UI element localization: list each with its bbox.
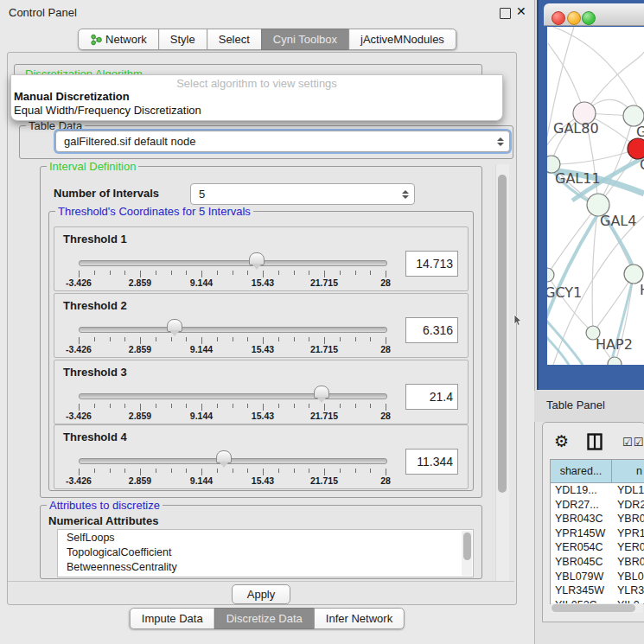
column-header-shared-name[interactable]: shared...: [551, 460, 612, 483]
apply-button[interactable]: Apply: [232, 584, 290, 604]
table-row[interactable]: YDR27...YDR2: [551, 498, 644, 513]
tick-mark: [324, 469, 325, 475]
tab-impute-data[interactable]: Impute Data: [130, 608, 215, 629]
settings-scrollbar-thumb[interactable]: [498, 175, 507, 493]
network-edge-highlighted[interactable]: [547, 311, 583, 365]
slider-track[interactable]: [79, 458, 387, 464]
table-row[interactable]: YBR043CYBR0: [551, 512, 644, 526]
tick-mark: [140, 469, 141, 475]
tick-mark: [355, 271, 356, 275]
tick-mark: [94, 469, 95, 473]
attribute-item-topologicalcoefficient[interactable]: TopologicalCoefficient: [58, 545, 473, 559]
number-of-intervals-combobox[interactable]: 5: [190, 183, 415, 205]
tick-mark: [79, 271, 80, 277]
column-header-name[interactable]: n: [612, 460, 644, 483]
separator: [8, 581, 514, 582]
algorithm-option-manual-discretization[interactable]: Manual Discretization: [14, 90, 130, 103]
toolbox-tabs: NetworkStyleSelectCyni ToolboxjActiveMNo…: [78, 29, 456, 50]
table-row[interactable]: YLR345WYLR3: [551, 583, 644, 598]
zoom-traffic-light-icon[interactable]: [582, 11, 596, 25]
threshold-value-field[interactable]: 6.316: [405, 317, 458, 343]
cyni-mode-tabs: Impute DataDiscretize DataInfer Network: [130, 608, 405, 629]
select-columns-icons[interactable]: ☑☑: [622, 436, 644, 449]
tab-label: Network: [105, 29, 147, 49]
tick-mark: [171, 271, 172, 275]
slider-track[interactable]: [79, 327, 387, 333]
tick-label: 9.144: [190, 344, 213, 354]
slider-thumb[interactable]: [249, 252, 265, 265]
tick-mark: [233, 469, 233, 473]
stepper-arrows-icon[interactable]: [400, 188, 410, 201]
list-scrollbar[interactable]: [462, 531, 472, 576]
network-node-gcy1[interactable]: [547, 268, 554, 282]
list-scrollbar-thumb[interactable]: [463, 532, 471, 560]
tick-label: 28: [380, 344, 391, 354]
close-icon[interactable]: ✕: [516, 4, 526, 18]
network-edge[interactable]: [547, 164, 552, 259]
threshold-value-field[interactable]: 14.713: [405, 251, 458, 277]
attribute-item-betweennesscentrality[interactable]: BetweennessCentrality: [58, 559, 473, 574]
table-row[interactable]: YDL19...YDL1: [551, 483, 644, 498]
tab-style[interactable]: Style: [158, 29, 207, 50]
table-row[interactable]: YPR145WYPR1: [551, 526, 644, 541]
tab-cyni-toolbox[interactable]: Cyni Toolbox: [261, 29, 349, 50]
close-traffic-light-icon[interactable]: [552, 11, 565, 25]
network-edge[interactable]: [552, 149, 638, 164]
tab-select[interactable]: Select: [207, 29, 262, 50]
cell-shared-name: YPR145W: [551, 526, 612, 541]
tab-jactivemnodules[interactable]: jActiveMNodules: [348, 29, 456, 50]
table-data-combobox-value: galFiltered.sif default node: [56, 135, 495, 148]
table-row[interactable]: YER054CYER0: [551, 540, 644, 555]
split-panel-icon[interactable]: [587, 433, 603, 454]
network-edge[interactable]: [598, 116, 634, 205]
slider-thumb[interactable]: [216, 450, 232, 463]
tab-label: Select: [219, 29, 250, 49]
network-canvas[interactable]: GAL80GACGAL11GAL4GCY1HHAP2: [547, 27, 644, 365]
tick-mark: [217, 337, 218, 341]
network-edge[interactable]: [584, 52, 644, 113]
tick-mark: [79, 337, 80, 344]
tick-mark: [79, 469, 80, 475]
slider-track[interactable]: [79, 393, 387, 399]
minimize-traffic-light-icon[interactable]: [567, 11, 581, 25]
network-node[interactable]: [608, 357, 622, 365]
tab-infer-network[interactable]: Infer Network: [314, 608, 405, 629]
algorithm-option-equal-width-frequency-discretization[interactable]: Equal Width/Frequency Discretization: [14, 104, 201, 117]
tick-mark: [324, 404, 325, 411]
threshold-label: Threshold 1: [63, 233, 127, 245]
table-row[interactable]: YBR045CYBR0: [551, 555, 644, 570]
slider-track[interactable]: [79, 260, 387, 266]
tick-mark: [263, 337, 264, 344]
float-window-icon[interactable]: [500, 8, 511, 19]
table-hscrollbar-thumb[interactable]: [552, 604, 635, 612]
threshold-value-field[interactable]: 11.344: [405, 449, 458, 475]
tick-mark: [294, 337, 295, 341]
slider-thumb[interactable]: [314, 386, 329, 399]
network-window-titlebar[interactable]: [544, 3, 644, 26]
numerical-attributes-list[interactable]: SelfLoopsTopologicalCoefficientBetweenne…: [57, 529, 474, 577]
tick-label: 21.715: [310, 344, 338, 354]
table-row[interactable]: YBL079WYBL0: [551, 570, 644, 584]
tab-network[interactable]: Network: [78, 29, 159, 50]
tick-mark: [386, 271, 386, 277]
tab-discretize-data[interactable]: Discretize Data: [214, 608, 315, 629]
cell-name: YBR0: [612, 555, 644, 570]
stepper-arrows-icon[interactable]: [495, 136, 505, 148]
node-table[interactable]: shared... n YDL19...YDL1YDR27...YDR2YBR0…: [550, 459, 644, 604]
tick-mark: [156, 337, 156, 341]
threshold-value-field[interactable]: 21.4: [405, 384, 458, 410]
network-icon: [90, 34, 102, 46]
attribute-item-selfloops[interactable]: SelfLoops: [58, 530, 473, 545]
threshold-label: Threshold 3: [63, 366, 127, 379]
slider-thumb[interactable]: [167, 319, 182, 332]
tick-label: 2.859: [129, 344, 151, 354]
table-data-combobox[interactable]: galFiltered.sif default node: [55, 131, 510, 152]
tick-mark: [140, 271, 141, 277]
network-node-h[interactable]: [624, 265, 643, 284]
threshold-panel-2: Threshold 2-3.4262.8599.14415.4321.71528…: [54, 293, 469, 358]
network-edge[interactable]: [547, 205, 598, 275]
tick-mark: [263, 469, 264, 475]
tick-mark: [156, 271, 156, 275]
gear-icon[interactable]: ⚙: [554, 431, 569, 451]
tick-mark: [340, 271, 341, 275]
